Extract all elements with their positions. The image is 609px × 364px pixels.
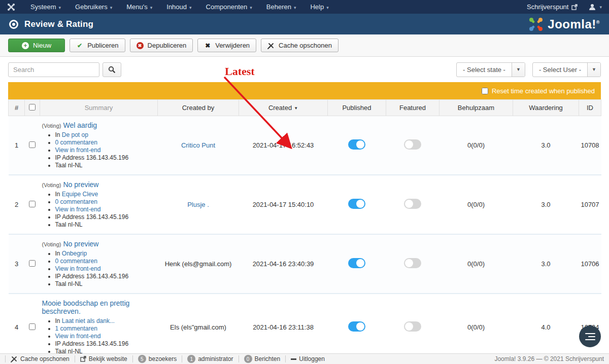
- menu-item-menus[interactable]: Menu's▾: [120, 1, 158, 13]
- created-by-cell: Henk (els@gmail.com): [158, 234, 239, 294]
- select-all-checkbox[interactable]: [29, 104, 36, 111]
- column-header-createdby[interactable]: Created by: [158, 100, 239, 116]
- detail-link[interactable]: View in front-end: [55, 333, 101, 340]
- status-bar: Cache opschonenBekijk website5bezoekers1…: [0, 353, 609, 364]
- status-item-administrator[interactable]: 1administrator: [182, 355, 238, 362]
- toggle-knob: [356, 200, 364, 208]
- menu-item-label: Beheren: [266, 3, 291, 11]
- toolbar-button-label: Publiceren: [87, 42, 118, 49]
- detail-link[interactable]: De pot op: [62, 131, 88, 138]
- row-number: 2: [9, 175, 25, 234]
- circle-x-icon: ✖: [137, 42, 144, 49]
- toolbar: +Nieuw✔Publiceren✖Depubliceren✖Verwijder…: [0, 34, 609, 57]
- created-by-link[interactable]: Plusje .: [187, 201, 209, 208]
- detail-link[interactable]: Laat niet als dank...: [62, 317, 115, 324]
- menu-item-gebruikers[interactable]: Gebruikers▾: [69, 1, 118, 13]
- toggle-knob: [405, 322, 413, 331]
- publiceren-button[interactable]: ✔Publiceren: [70, 39, 125, 52]
- table-header-row: #SummaryCreated byCreated▼PublishedFeatu…: [9, 100, 601, 116]
- site-link-label: Schrijverspunt: [527, 3, 568, 11]
- cache-opschonen-button[interactable]: Cache opschonen: [261, 39, 339, 52]
- detail-link[interactable]: 0 commentaren: [55, 198, 97, 205]
- column-header-id[interactable]: ID: [579, 100, 601, 116]
- featured-toggle[interactable]: [404, 321, 421, 332]
- table-row: 1(Voting)Wel aardigIn De pot op0 comment…: [9, 116, 601, 175]
- detail-link[interactable]: Equipe Cleve: [62, 191, 98, 198]
- count-badge: 1: [187, 355, 195, 363]
- menu-item-beheren[interactable]: Beheren▾: [260, 1, 302, 13]
- created-date: 2021-04-16 23:40:39: [239, 234, 328, 294]
- detail-link[interactable]: View in front-end: [55, 147, 101, 154]
- status-item-berichten[interactable]: 0Berichten: [239, 355, 286, 362]
- select-user-dropdown[interactable]: - Select User - ▼: [532, 62, 601, 77]
- summary-link[interactable]: No preview: [63, 180, 98, 189]
- behulpzaam-value: 0(0/0): [439, 116, 513, 175]
- detail-link[interactable]: 1 commentaren: [55, 325, 97, 332]
- select-state-dropdown[interactable]: - Select state - ▼: [456, 62, 525, 77]
- summary-link[interactable]: No preview: [63, 240, 98, 248]
- chevron-down-icon: ▾: [110, 5, 113, 10]
- nieuw-button[interactable]: +Nieuw: [8, 39, 65, 52]
- row-checkbox[interactable]: [29, 260, 36, 267]
- detail-link[interactable]: View in front-end: [55, 206, 101, 213]
- column-header-summary[interactable]: Summary: [40, 100, 158, 116]
- status-item-bekijkwebsite[interactable]: Bekijk website: [75, 355, 132, 362]
- behulpzaam-value: 0(0/0): [439, 294, 513, 361]
- search-button[interactable]: [103, 62, 121, 77]
- chevron-down-icon: ▾: [326, 5, 329, 10]
- detail-link[interactable]: Onbegrip: [62, 250, 87, 257]
- status-item-cacheopschonen[interactable]: Cache opschonen: [5, 355, 75, 362]
- column-header-checkbox[interactable]: [25, 100, 40, 116]
- toolbar-button-label: Cache opschonen: [279, 42, 332, 49]
- summary-link[interactable]: Mooie boodschap en prettig beschreven.: [42, 299, 130, 315]
- list-item: Taal nl-NL: [55, 280, 157, 288]
- detail-link[interactable]: 0 commentaren: [55, 258, 97, 265]
- featured-toggle[interactable]: [404, 258, 421, 268]
- featured-toggle[interactable]: [404, 199, 421, 209]
- detail-link[interactable]: View in front-end: [55, 265, 101, 272]
- list-item: IP Address 136.143.45.196: [55, 273, 157, 280]
- published-cell: [328, 116, 386, 175]
- check-icon: ✔: [76, 42, 83, 49]
- created-by-link[interactable]: Critico Punt: [181, 141, 215, 149]
- published-toggle[interactable]: [348, 139, 365, 150]
- row-number: 1: [9, 116, 25, 175]
- depubliceren-button[interactable]: ✖Depubliceren: [130, 39, 193, 52]
- column-header-behulpzaam[interactable]: Behulpzaam: [439, 100, 513, 116]
- view-site-link[interactable]: Schrijverspunt: [527, 3, 578, 11]
- row-checkbox[interactable]: [29, 141, 36, 148]
- user-icon: [589, 4, 596, 11]
- menu-item-componenten[interactable]: Componenten▾: [200, 1, 258, 13]
- created-by-cell: Els (els"gmail.com): [158, 294, 239, 361]
- menu-item-inhoud[interactable]: Inhoud▾: [160, 1, 197, 13]
- joomla-glyph-icon[interactable]: [7, 3, 15, 11]
- menu-item-help[interactable]: Help▾: [304, 1, 334, 13]
- column-header-featured[interactable]: Featured: [386, 100, 439, 116]
- verwijderen-button[interactable]: ✖Verwijderen: [197, 39, 256, 52]
- menu-item-systeem[interactable]: Systeem▾: [24, 1, 67, 13]
- column-header-created[interactable]: Created▼: [239, 100, 328, 116]
- status-item-uitloggen[interactable]: Uitloggen: [285, 355, 330, 362]
- column-header-waardering[interactable]: Waardering: [513, 100, 579, 116]
- row-checkbox[interactable]: [29, 323, 36, 330]
- featured-toggle[interactable]: [404, 139, 421, 150]
- user-menu[interactable]: ▾: [589, 4, 602, 11]
- published-toggle[interactable]: [348, 258, 365, 268]
- status-item-bezoekers[interactable]: 5bezoekers: [132, 355, 182, 362]
- hamburger-icon: [585, 333, 595, 334]
- summary-link[interactable]: Wel aardig: [63, 121, 97, 129]
- search-input[interactable]: [8, 62, 99, 77]
- column-header-published[interactable]: Published: [328, 100, 386, 116]
- detail-link[interactable]: 0 commentaren: [55, 139, 97, 146]
- menu-fab-button[interactable]: [579, 325, 601, 347]
- reset-time-checkbox[interactable]: [482, 88, 488, 94]
- search-icon: [108, 66, 116, 74]
- chevron-down-icon: ▾: [59, 5, 61, 10]
- joomla-version-copyright: Joomla! 3.9.26 — © 2021 Schrijverspunt: [494, 355, 604, 362]
- row-checkbox[interactable]: [29, 201, 36, 207]
- published-toggle[interactable]: [348, 321, 365, 332]
- published-toggle[interactable]: [348, 199, 365, 209]
- column-header-#[interactable]: #: [9, 100, 25, 116]
- toggle-knob: [405, 259, 413, 267]
- plus-circle-icon: +: [22, 42, 29, 49]
